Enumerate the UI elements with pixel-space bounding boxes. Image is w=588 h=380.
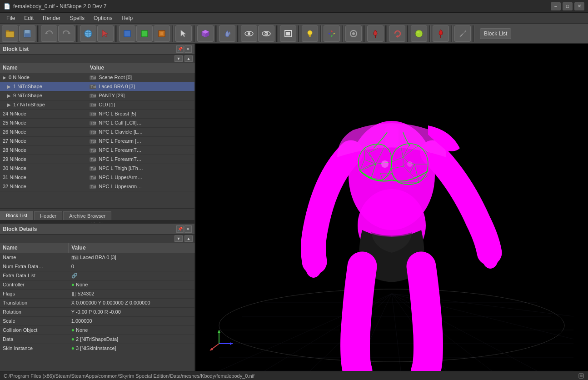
list-item[interactable]: Extra Data List🔗 (0, 271, 194, 280)
toolbar-sep-17 (473, 25, 474, 42)
table-row[interactable]: 27 NiNodeTxt NPC L Forearm [… (0, 136, 194, 145)
green-box-button[interactable] (136, 25, 153, 42)
tree-arrow[interactable]: ▶ (3, 75, 6, 80)
rotate-button[interactable] (389, 25, 405, 42)
list-item[interactable]: TranslationX 0.000000 Y 0.000000 Z 0.000… (0, 298, 194, 307)
table-row[interactable]: ▶ 1 NiTriShapeTxt Laced BRA 0 [3] (0, 82, 194, 91)
table-row[interactable]: 31 NiNodeTxt NPC L UpperArm… (0, 173, 194, 182)
save-button[interactable] (19, 25, 35, 42)
tree-arrow[interactable]: ▶ (7, 93, 11, 98)
details-scroll-down-btn[interactable]: ▼ (174, 235, 183, 242)
details-scroll-up-btn[interactable]: ▲ (184, 235, 193, 242)
undo-button[interactable] (41, 25, 57, 42)
marker-button[interactable] (433, 25, 449, 42)
block-list-table-container[interactable]: Name Value ▶ 0 NiNodeTxt Scene Root [0]▶… (0, 63, 194, 208)
tree-arrow[interactable]: ▶ (7, 102, 11, 107)
list-item[interactable]: RotationY -0.00 P 0.00 R -0.00 (0, 307, 194, 316)
block-details-close-button[interactable]: ✕ (184, 225, 192, 233)
block-list-value-cell: Txt NPC L ForearmT… (87, 145, 194, 155)
table-row[interactable]: ▶ 0 NiNodeTxt Scene Root [0] (0, 73, 194, 82)
block-details-pin-button[interactable]: 📌 (176, 225, 184, 233)
droplet-button[interactable] (219, 25, 235, 42)
minimize-button[interactable]: – (551, 2, 561, 10)
arrow-button[interactable] (175, 25, 192, 42)
render-button[interactable] (411, 25, 427, 42)
close-button[interactable]: ✕ (574, 2, 584, 10)
cube-button[interactable] (197, 25, 214, 42)
svg-rect-0 (6, 31, 14, 37)
orange-box-button[interactable] (154, 25, 170, 42)
eye-button[interactable] (241, 25, 257, 42)
scroll-down-btn[interactable]: ▼ (174, 55, 183, 62)
block-details-table-container[interactable]: Name Value NameTxt Laced BRA 0 [3]Num Ex… (0, 243, 194, 371)
svg-rect-4 (25, 34, 30, 37)
light-button[interactable] (302, 25, 318, 42)
menu-item-edit[interactable]: Edit (20, 14, 38, 22)
list-item[interactable]: Flags◧ 524302 (0, 289, 194, 298)
tab-block-list[interactable]: Block List (0, 211, 33, 220)
table-row[interactable]: 30 NiNodeTxt NPC L Thigh [LTh… (0, 164, 194, 173)
tree-arrow[interactable]: ▶ (7, 84, 11, 89)
table-row[interactable]: 24 NiNodeTxt NPC L Breast [5] (0, 109, 194, 118)
list-item[interactable]: Data● 2 [NiTriShapeData] (0, 335, 194, 344)
toolbar-sep-16 (451, 25, 453, 42)
maximize-button[interactable]: □ (563, 2, 573, 10)
redo-button[interactable] (58, 25, 75, 42)
list-item[interactable]: Collision Object● None (0, 325, 194, 335)
main-layout: Block List 📌 ✕ ▼ ▲ Name Value (0, 44, 588, 371)
list-item[interactable]: Skin Instance● 3 [NiSkinInstance] (0, 344, 194, 353)
table-row[interactable]: 25 NiNodeTxt NPC L Calf [LClf]… (0, 118, 194, 127)
value-type-icon: Txt (90, 185, 96, 189)
detail-label: Scale (0, 316, 69, 325)
eye2-button[interactable] (258, 25, 274, 42)
move-button[interactable] (324, 25, 340, 42)
block-list-name-cell: ▶ 9 NiTriShape (0, 91, 87, 100)
table-row[interactable]: ▶ 9 NiTriShapeTxt PANTY [29] (0, 91, 194, 100)
svg-rect-11 (124, 30, 130, 37)
svg-rect-12 (141, 30, 148, 37)
status-path: C:/Program Files (x86)/Steam/SteamApps/c… (4, 373, 574, 379)
toolbar-sep-2 (76, 25, 78, 42)
block-list-name-cell: 26 NiNode (0, 127, 87, 136)
brush-button[interactable] (454, 25, 471, 42)
detail-value: ● None (69, 325, 194, 335)
tab-archive-browser[interactable]: Archive Browser (63, 211, 111, 220)
table-row[interactable]: 26 NiNodeTxt NPC L Clavicle [L… (0, 127, 194, 136)
list-item[interactable]: NameTxt Laced BRA 0 [3] (0, 253, 194, 262)
detail-value: X 0.000000 Y 0.000000 Z 0.000000 (69, 298, 194, 307)
detail-label: Num Extra Data… (0, 262, 69, 271)
square-icon-button[interactable] (280, 25, 296, 42)
tab-header[interactable]: Header (34, 211, 62, 220)
table-row[interactable]: 32 NiNodeTxt NPC L Upperarm… (0, 182, 194, 191)
menu-item-file[interactable]: File (2, 14, 20, 22)
menu-item-spells[interactable]: Spells (65, 14, 89, 22)
menu-item-options[interactable]: Options (89, 14, 117, 22)
list-item[interactable]: Controller● None (0, 280, 194, 289)
list-item[interactable]: Num Extra Data…0 (0, 262, 194, 271)
menu-item-render[interactable]: Render (38, 14, 65, 22)
open-button[interactable] (2, 25, 18, 42)
table-row[interactable]: 29 NiNodeTxt NPC L ForearmT… (0, 155, 194, 164)
menu-item-help[interactable]: Help (117, 14, 137, 22)
pin-button[interactable] (367, 25, 384, 42)
detail-label: Skin Instance (0, 344, 69, 353)
sphere-tool-button[interactable] (80, 25, 96, 42)
viewport[interactable] (195, 44, 588, 371)
block-list-label[interactable]: Block List (480, 28, 511, 39)
list-item[interactable]: Scale1.000000 (0, 316, 194, 325)
block-details-section: Block Details 📌 ✕ ▼ ▲ Name Value (0, 224, 194, 371)
table-row[interactable]: ▶ 17 NiTriShapeTxt CL0 [1] (0, 100, 194, 109)
svg-point-40 (417, 31, 419, 33)
block-list-value-cell: Txt NPC L Clavicle [L… (87, 127, 194, 136)
table-row[interactable]: 28 NiNodeTxt NPC L ForearmT… (0, 145, 194, 155)
scroll-up-btn[interactable]: ▲ (184, 55, 193, 62)
box-select-button[interactable] (119, 25, 135, 42)
scroll-controls-top: ▼ ▲ (0, 55, 194, 63)
block-list-close-button[interactable]: ✕ (184, 45, 192, 53)
detail-label: Collision Object (0, 325, 69, 335)
svg-rect-112 (580, 375, 583, 377)
gear-button[interactable] (345, 25, 362, 42)
toolbar: Block List (0, 24, 588, 44)
block-list-pin-button[interactable]: 📌 (176, 45, 184, 53)
select-button[interactable] (97, 25, 114, 42)
